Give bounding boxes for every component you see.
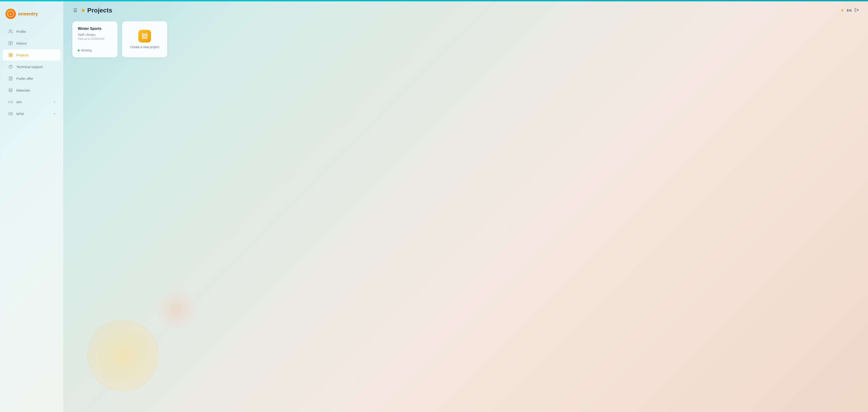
- sidebar-item-label-offer: Public offer: [16, 77, 33, 81]
- svg-point-16: [10, 101, 11, 102]
- materials-icon: [8, 88, 13, 93]
- project-status-label: Working: [81, 49, 92, 52]
- status-dot: [78, 50, 80, 51]
- sidebar-item-profile[interactable]: Profile: [3, 26, 61, 37]
- svg-rect-9: [9, 55, 11, 57]
- sun-icon: ☀: [840, 8, 844, 13]
- sidebar-item-materials[interactable]: Materials: [3, 85, 61, 96]
- language-label: EN: [847, 8, 852, 12]
- svg-marker-15: [9, 88, 13, 90]
- grid-add-icon: [142, 33, 148, 39]
- logo-text: oneentry: [18, 11, 38, 17]
- sidebar-item-api[interactable]: API ▾: [3, 96, 61, 108]
- logo-icon: e: [5, 8, 16, 19]
- top-bar: [0, 0, 868, 1]
- project-tariff: Tariff «Study»: [78, 33, 112, 36]
- language-button[interactable]: EN: [847, 8, 852, 12]
- sidebar-item-public-offer[interactable]: Public offer: [3, 73, 61, 84]
- hamburger-button[interactable]: ☰: [72, 7, 78, 14]
- sidebar-item-projects[interactable]: Projects: [3, 49, 61, 61]
- svg-point-2: [9, 30, 11, 31]
- logo-area: e oneentry: [0, 7, 63, 25]
- sidebar-item-technical-support[interactable]: Technical support: [3, 61, 61, 72]
- svg-rect-23: [145, 34, 147, 36]
- hamburger-icon: ☰: [73, 8, 77, 13]
- page-title: Projects: [87, 7, 112, 14]
- header: ☰ Projects ☀ EN: [72, 7, 859, 14]
- sidebar-item-history[interactable]: History: [3, 37, 61, 49]
- project-card-winter-sports[interactable]: Winter Sports Tariff «Study» Paid up to …: [72, 21, 118, 57]
- sidebar-item-label-history: History: [16, 41, 27, 45]
- main-content: ☰ Projects ☀ EN: [63, 1, 868, 412]
- svg-rect-24: [143, 37, 144, 38]
- svg-rect-22: [143, 34, 144, 36]
- svg-rect-10: [11, 55, 12, 57]
- api-icon: [8, 99, 13, 105]
- create-new-project-card[interactable]: Create a new project: [122, 21, 167, 57]
- header-right: ☀ EN: [840, 8, 859, 13]
- svg-text:e: e: [10, 12, 11, 16]
- history-icon: [8, 41, 13, 46]
- sidebar-item-label-api: API: [16, 100, 22, 104]
- create-project-label: Create a new project: [130, 45, 159, 49]
- sidebar-item-label-npm: NPM: [16, 112, 24, 116]
- sidebar-item-label-projects: Projects: [16, 53, 29, 57]
- create-project-icon: [138, 30, 151, 42]
- project-paid: Paid up to 01/26/2024: [78, 37, 112, 40]
- logout-button[interactable]: [855, 8, 859, 13]
- npm-chevron-icon: ▾: [54, 112, 55, 115]
- npm-icon: [8, 111, 13, 116]
- page-title-area: Projects: [82, 7, 112, 14]
- projects-icon: [8, 53, 13, 57]
- theme-toggle-button[interactable]: ☀: [840, 8, 844, 13]
- nav-list: Profile History: [0, 25, 63, 407]
- sidebar-item-label-materials: Materials: [16, 88, 30, 92]
- projects-grid: Winter Sports Tariff «Study» Paid up to …: [72, 21, 859, 57]
- svg-rect-25: [145, 37, 147, 38]
- sidebar: e oneentry Profile: [0, 1, 63, 412]
- project-name: Winter Sports: [78, 27, 112, 31]
- profile-icon: [8, 29, 13, 34]
- project-status: Working: [78, 49, 112, 52]
- sidebar-item-npm[interactable]: NPM ▾: [3, 108, 61, 119]
- svg-rect-7: [9, 53, 11, 55]
- sidebar-item-label-support: Technical support: [16, 65, 43, 69]
- api-chevron-icon: ▾: [54, 100, 55, 104]
- offer-icon: [8, 76, 13, 81]
- logout-icon: [855, 8, 859, 12]
- sidebar-item-label-profile: Profile: [16, 30, 26, 33]
- support-icon: [8, 64, 13, 69]
- page-dot: [82, 9, 85, 12]
- svg-point-11: [9, 65, 12, 68]
- svg-rect-8: [11, 53, 12, 55]
- app-container: e oneentry Profile: [0, 0, 868, 412]
- header-left: ☰ Projects: [72, 7, 112, 14]
